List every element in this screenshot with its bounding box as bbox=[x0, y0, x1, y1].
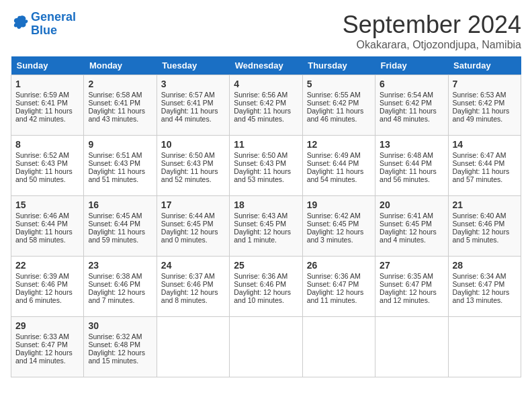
cell-line: Sunset: 6:47 PM bbox=[453, 280, 517, 288]
col-header-friday: Friday bbox=[375, 56, 448, 75]
cell-line: Sunset: 6:47 PM bbox=[15, 340, 79, 349]
calendar-cell: 18Sunrise: 6:43 AMSunset: 6:45 PMDayligh… bbox=[230, 196, 302, 257]
cell-line: and 58 minutes. bbox=[15, 236, 79, 244]
cell-line: Sunset: 6:44 PM bbox=[453, 159, 517, 167]
cell-line: Sunset: 6:41 PM bbox=[161, 99, 225, 107]
cell-line: and 52 minutes. bbox=[161, 175, 225, 183]
calendar-cell: 23Sunrise: 6:38 AMSunset: 6:46 PMDayligh… bbox=[84, 257, 157, 317]
cell-line: Sunrise: 6:53 AM bbox=[453, 91, 517, 99]
cell-line: and 43 minutes. bbox=[88, 115, 152, 123]
cell-line: and 56 minutes. bbox=[380, 175, 443, 183]
cell-line: Sunset: 6:43 PM bbox=[88, 159, 152, 167]
cell-line: Daylight: 12 hours bbox=[380, 288, 443, 296]
col-header-wednesday: Wednesday bbox=[230, 56, 302, 75]
logo-icon bbox=[11, 13, 30, 32]
cell-line: Sunrise: 6:45 AM bbox=[88, 212, 152, 220]
cell-line: Sunset: 6:45 PM bbox=[234, 220, 298, 228]
calendar-cell bbox=[375, 317, 448, 377]
calendar-cell: 10Sunrise: 6:50 AMSunset: 6:43 PMDayligh… bbox=[157, 136, 229, 196]
cell-line: and 15 minutes. bbox=[88, 357, 152, 365]
cell-line: Daylight: 12 hours bbox=[453, 228, 517, 236]
cell-line: Sunrise: 6:57 AM bbox=[161, 91, 225, 99]
header-row: SundayMondayTuesdayWednesdayThursdayFrid… bbox=[11, 56, 521, 75]
cell-line: Daylight: 11 hours bbox=[453, 167, 517, 175]
cell-line: Daylight: 11 hours bbox=[380, 167, 443, 175]
cell-line: Daylight: 11 hours bbox=[15, 228, 79, 236]
cell-line: Sunset: 6:44 PM bbox=[307, 159, 371, 167]
cell-line: Sunset: 6:46 PM bbox=[15, 280, 79, 288]
day-number: 14 bbox=[453, 139, 517, 150]
cell-line: Sunset: 6:48 PM bbox=[88, 340, 152, 349]
col-header-sunday: Sunday bbox=[11, 56, 84, 75]
calendar-cell: 9Sunrise: 6:51 AMSunset: 6:43 PMDaylight… bbox=[84, 136, 157, 196]
cell-line: Sunset: 6:43 PM bbox=[161, 159, 225, 167]
cell-line: Sunset: 6:46 PM bbox=[88, 280, 152, 288]
cell-line: Daylight: 11 hours bbox=[307, 107, 371, 115]
cell-line: Sunrise: 6:42 AM bbox=[307, 212, 371, 220]
day-number: 2 bbox=[88, 79, 152, 89]
cell-line: Sunrise: 6:59 AM bbox=[15, 91, 79, 99]
cell-line: and 48 minutes. bbox=[380, 115, 443, 123]
week-row-1: 1Sunrise: 6:59 AMSunset: 6:41 PMDaylight… bbox=[11, 75, 521, 136]
cell-line: Sunrise: 6:43 AM bbox=[234, 212, 298, 220]
calendar-cell: 29Sunrise: 6:33 AMSunset: 6:47 PMDayligh… bbox=[11, 317, 84, 377]
cell-line: Daylight: 12 hours bbox=[15, 288, 79, 296]
cell-line: Sunrise: 6:34 AM bbox=[453, 272, 517, 280]
cell-line: Daylight: 12 hours bbox=[161, 228, 225, 236]
cell-line: and 12 minutes. bbox=[380, 296, 443, 304]
title-block: September 2024 Okakarara, Otjozondjupa, … bbox=[343, 11, 521, 51]
logo-text: General Blue bbox=[31, 11, 76, 38]
cell-line: Sunset: 6:45 PM bbox=[307, 220, 371, 228]
cell-line: Daylight: 11 hours bbox=[234, 107, 298, 115]
cell-line: and 3 minutes. bbox=[307, 236, 371, 244]
calendar-cell: 5Sunrise: 6:55 AMSunset: 6:42 PMDaylight… bbox=[302, 75, 375, 136]
calendar-cell: 17Sunrise: 6:44 AMSunset: 6:45 PMDayligh… bbox=[157, 196, 229, 257]
calendar-cell: 28Sunrise: 6:34 AMSunset: 6:47 PMDayligh… bbox=[448, 257, 521, 317]
week-row-2: 8Sunrise: 6:52 AMSunset: 6:43 PMDaylight… bbox=[11, 136, 521, 196]
cell-line: Sunrise: 6:48 AM bbox=[380, 151, 443, 159]
cell-line: and 7 minutes. bbox=[88, 296, 152, 304]
calendar-cell: 16Sunrise: 6:45 AMSunset: 6:44 PMDayligh… bbox=[84, 196, 157, 257]
cell-line: Daylight: 11 hours bbox=[161, 107, 225, 115]
cell-line: Sunrise: 6:51 AM bbox=[88, 151, 152, 159]
day-number: 13 bbox=[380, 139, 443, 150]
cell-line: Daylight: 11 hours bbox=[234, 167, 298, 175]
day-number: 22 bbox=[15, 260, 79, 271]
cell-line: Sunset: 6:47 PM bbox=[380, 280, 443, 288]
day-number: 19 bbox=[307, 199, 371, 210]
cell-line: and 51 minutes. bbox=[88, 175, 152, 183]
cell-line: Sunset: 6:47 PM bbox=[307, 280, 371, 288]
cell-line: and 6 minutes. bbox=[15, 296, 79, 304]
cell-line: Daylight: 11 hours bbox=[88, 167, 152, 175]
cell-line: Sunrise: 6:36 AM bbox=[307, 272, 371, 280]
cell-line: Daylight: 12 hours bbox=[161, 288, 225, 296]
cell-line: Sunset: 6:42 PM bbox=[234, 99, 298, 107]
day-number: 9 bbox=[88, 139, 152, 150]
cell-line: Daylight: 12 hours bbox=[88, 288, 152, 296]
calendar-cell bbox=[230, 317, 302, 377]
day-number: 16 bbox=[88, 199, 152, 210]
cell-line: Sunrise: 6:33 AM bbox=[15, 332, 79, 340]
cell-line: Daylight: 11 hours bbox=[307, 167, 371, 175]
col-header-thursday: Thursday bbox=[302, 56, 375, 75]
page-header: General Blue September 2024 Okakarara, O… bbox=[11, 11, 521, 51]
cell-line: and 8 minutes. bbox=[161, 296, 225, 304]
cell-line: Daylight: 11 hours bbox=[380, 107, 443, 115]
cell-line: Daylight: 11 hours bbox=[88, 107, 152, 115]
calendar-cell: 22Sunrise: 6:39 AMSunset: 6:46 PMDayligh… bbox=[11, 257, 84, 317]
calendar-cell: 14Sunrise: 6:47 AMSunset: 6:44 PMDayligh… bbox=[448, 136, 521, 196]
calendar-cell: 27Sunrise: 6:35 AMSunset: 6:47 PMDayligh… bbox=[375, 257, 448, 317]
cell-line: Sunset: 6:42 PM bbox=[307, 99, 371, 107]
cell-line: Daylight: 12 hours bbox=[307, 288, 371, 296]
cell-line: Sunrise: 6:54 AM bbox=[380, 91, 443, 99]
day-number: 6 bbox=[380, 79, 443, 89]
day-number: 8 bbox=[15, 139, 79, 150]
cell-line: Sunrise: 6:49 AM bbox=[307, 151, 371, 159]
cell-line: and 44 minutes. bbox=[161, 115, 225, 123]
cell-line: Sunrise: 6:37 AM bbox=[161, 272, 225, 280]
cell-line: Sunrise: 6:39 AM bbox=[15, 272, 79, 280]
calendar-cell: 2Sunrise: 6:58 AMSunset: 6:41 PMDaylight… bbox=[84, 75, 157, 136]
location: Okakarara, Otjozondjupa, Namibia bbox=[343, 39, 521, 51]
cell-line: and 1 minute. bbox=[234, 236, 298, 244]
calendar-cell: 8Sunrise: 6:52 AMSunset: 6:43 PMDaylight… bbox=[11, 136, 84, 196]
